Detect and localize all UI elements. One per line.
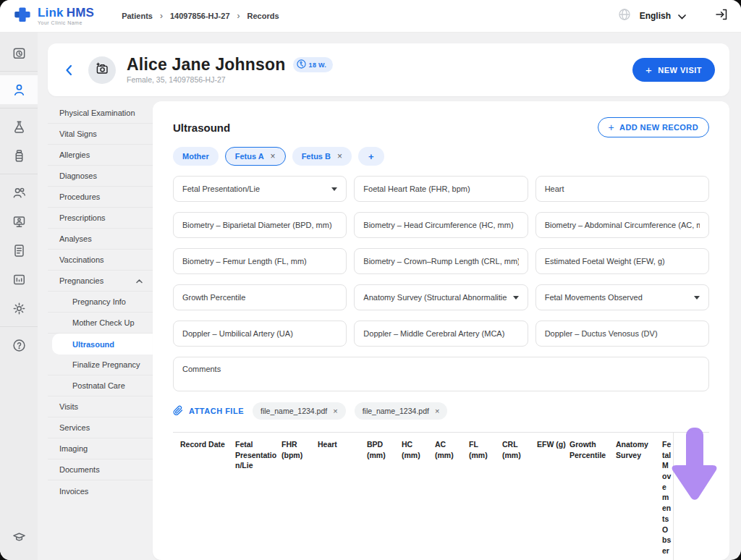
rail-billing-icon[interactable]	[0, 265, 38, 294]
field-doppler-ua[interactable]	[173, 321, 347, 347]
fetal-movements-select[interactable]	[545, 293, 688, 302]
nav-invoices[interactable]: Invoices	[48, 480, 153, 501]
field-anatomy-survey[interactable]	[354, 284, 528, 310]
attachment-filename: file_name_1234.pdf	[363, 407, 429, 415]
efw-input[interactable]	[545, 257, 700, 266]
col-efw: EFW (g)	[537, 433, 569, 560]
patient-avatar-upload[interactable]	[88, 56, 116, 84]
rail-lab-icon[interactable]	[0, 112, 38, 141]
rail-patients-icon[interactable]	[0, 75, 38, 104]
nav-pregnancy-info[interactable]: Pregnancy Info	[48, 292, 153, 313]
nav-procedures[interactable]: Procedures	[48, 187, 153, 208]
col-growth-percentile: Growth Percentile	[569, 433, 616, 560]
rail-schedule-icon[interactable]	[0, 38, 38, 67]
attach-file-label: ATTACH FILE	[189, 407, 244, 415]
nav-vaccinations[interactable]: Vaccinations	[48, 250, 153, 271]
comments-textarea[interactable]	[182, 357, 700, 391]
rail-help-icon[interactable]	[0, 331, 38, 360]
field-fl[interactable]	[173, 248, 347, 274]
nav-ultrasound[interactable]: Ultrasound	[52, 334, 153, 355]
logout-icon[interactable]	[715, 8, 728, 24]
nav-vital-signs[interactable]: Vital Signs	[48, 124, 153, 145]
pregnancy-icon	[297, 59, 306, 70]
breadcrumb-patients[interactable]: Patients	[122, 12, 153, 20]
patient-meta: Female, 35, 14097856-HJ-27	[127, 75, 333, 84]
field-heart[interactable]	[535, 176, 709, 202]
close-icon[interactable]: ×	[271, 152, 276, 161]
field-growth-percentile[interactable]	[173, 284, 347, 310]
rail-settings-icon[interactable]	[0, 294, 38, 323]
tab-mother[interactable]: Mother	[173, 147, 219, 166]
close-icon[interactable]: ×	[333, 407, 337, 415]
nav-pregnancies[interactable]: Pregnancies	[48, 271, 153, 292]
close-icon[interactable]: ×	[435, 407, 439, 415]
dropdown-caret-icon	[331, 187, 337, 191]
anatomy-survey-select[interactable]	[363, 293, 507, 302]
heart-input[interactable]	[545, 184, 700, 193]
doppler-ua-input[interactable]	[182, 329, 337, 338]
chevron-down-icon[interactable]	[678, 9, 686, 22]
dropdown-caret-icon	[513, 296, 519, 300]
rail-workstation-icon[interactable]	[0, 207, 38, 236]
field-fhr[interactable]	[354, 176, 528, 202]
nav-analyses[interactable]: Analyses	[48, 229, 153, 250]
field-ac[interactable]	[535, 212, 709, 238]
field-fetal-movements[interactable]	[535, 284, 709, 310]
attachment-chip[interactable]: file_name_1234.pdf ×	[253, 402, 346, 420]
crl-input[interactable]	[363, 257, 518, 266]
field-doppler-mca[interactable]	[354, 321, 528, 347]
rail-divider	[0, 108, 38, 109]
field-fetal-presentation[interactable]	[173, 176, 347, 202]
top-bar: LinkHMS Your Clinic Name Patients › 1409…	[0, 0, 741, 33]
breadcrumb-patient-id[interactable]: 14097856-HJ-27	[170, 12, 230, 20]
col-fl: FL (mm)	[469, 433, 502, 560]
nav-diagnoses[interactable]: Diagnoses	[48, 166, 153, 187]
workspace: Physical Examination Vital Signs Allergi…	[48, 101, 729, 560]
attach-file-button[interactable]: ATTACH FILE	[173, 405, 244, 417]
globe-icon	[618, 8, 631, 24]
nav-documents[interactable]: Documents	[48, 459, 153, 480]
tab-fetus-b[interactable]: Fetus B ×	[292, 147, 352, 166]
rail-staff-icon[interactable]	[0, 178, 38, 207]
rail-pharmacy-icon[interactable]	[0, 141, 38, 170]
back-button[interactable]	[59, 61, 78, 80]
add-new-record-button[interactable]: + ADD NEW RECORD	[598, 117, 709, 137]
field-hc[interactable]	[354, 212, 528, 238]
doppler-mca-input[interactable]	[363, 329, 518, 338]
hc-input[interactable]	[363, 221, 518, 229]
nav-prescriptions[interactable]: Prescriptions	[48, 208, 153, 229]
subject-tabs: Mother Fetus A × Fetus B × +	[173, 147, 709, 166]
fetal-presentation-select[interactable]	[182, 184, 326, 193]
rail-documents-icon[interactable]	[0, 236, 38, 265]
nav-physical-examination[interactable]: Physical Examination	[48, 103, 153, 124]
close-icon[interactable]: ×	[337, 152, 342, 161]
nav-postnatal-care[interactable]: Postnatal Care	[48, 376, 153, 396]
growth-percentile-input[interactable]	[182, 293, 337, 302]
field-doppler-dv[interactable]	[535, 321, 709, 347]
app-logo[interactable]: LinkHMS Your Clinic Name	[13, 5, 94, 27]
attachment-chip[interactable]: file_name_1234.pdf ×	[355, 402, 448, 420]
language-selector[interactable]: English	[640, 11, 671, 21]
field-bpd[interactable]	[173, 212, 347, 238]
nav-finalize-pregnancy[interactable]: Finalize Pregnancy	[48, 355, 153, 376]
nav-imaging[interactable]: Imaging	[48, 438, 153, 459]
bpd-input[interactable]	[182, 221, 337, 229]
field-crl[interactable]	[354, 248, 528, 274]
nav-visits[interactable]: Visits	[48, 396, 153, 417]
rail-education-icon[interactable]	[0, 522, 38, 551]
fhr-input[interactable]	[363, 184, 518, 193]
patient-header-card: Alice Jane Johnson 18 W. Female, 35, 140…	[48, 43, 729, 96]
doppler-dv-input[interactable]	[545, 329, 700, 338]
nav-services[interactable]: Services	[48, 417, 153, 438]
field-efw[interactable]	[535, 248, 709, 274]
add-tab-button[interactable]: +	[358, 147, 384, 166]
nav-mother-check-up[interactable]: Mother Check Up	[48, 313, 153, 334]
nav-allergies[interactable]: Allergies	[48, 145, 153, 166]
add-photo-camera-icon	[95, 61, 109, 79]
tab-fetus-a[interactable]: Fetus A ×	[225, 147, 286, 166]
record-nav: Physical Examination Vital Signs Allergi…	[48, 101, 153, 560]
new-visit-button[interactable]: + NEW VISIT	[632, 58, 715, 82]
ac-input[interactable]	[545, 221, 700, 229]
fl-input[interactable]	[182, 257, 337, 266]
field-comments[interactable]	[173, 357, 709, 391]
